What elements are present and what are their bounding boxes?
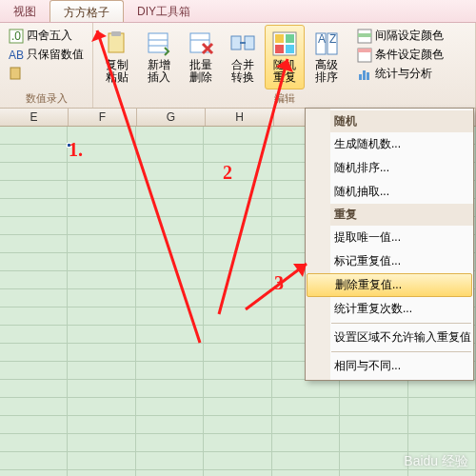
cell[interactable] bbox=[204, 127, 271, 144]
cell[interactable] bbox=[204, 344, 271, 361]
cell[interactable] bbox=[136, 398, 204, 415]
cell[interactable] bbox=[136, 217, 204, 234]
cell[interactable] bbox=[68, 416, 135, 433]
table-row[interactable] bbox=[0, 380, 476, 398]
cell[interactable] bbox=[0, 271, 68, 288]
cell[interactable] bbox=[136, 380, 204, 397]
tab-diy[interactable]: DIY工具箱 bbox=[124, 0, 204, 22]
cell[interactable] bbox=[408, 416, 476, 433]
cell[interactable] bbox=[68, 344, 135, 361]
cell[interactable] bbox=[68, 326, 135, 343]
cell[interactable] bbox=[68, 307, 135, 325]
cell[interactable] bbox=[0, 235, 68, 252]
cell[interactable] bbox=[204, 253, 271, 270]
cell[interactable] bbox=[68, 362, 135, 379]
cell[interactable] bbox=[408, 398, 476, 415]
cell[interactable] bbox=[204, 217, 271, 234]
cell[interactable] bbox=[272, 434, 340, 451]
cell[interactable] bbox=[136, 127, 204, 144]
condition-color-button[interactable]: 条件设定颜色 bbox=[354, 46, 446, 64]
tab-fangfang[interactable]: 方方格子 bbox=[50, 0, 124, 22]
cell[interactable] bbox=[68, 380, 135, 397]
cell[interactable] bbox=[68, 145, 135, 162]
random-duplicate-button[interactable]: 随机 重复 bbox=[265, 25, 305, 89]
cell[interactable] bbox=[340, 470, 407, 476]
cell[interactable] bbox=[68, 470, 135, 476]
cell[interactable] bbox=[204, 271, 271, 288]
cell[interactable] bbox=[68, 217, 135, 234]
cell[interactable] bbox=[68, 181, 135, 198]
cell[interactable] bbox=[204, 145, 271, 162]
stats-button[interactable]: 统计与分析 bbox=[354, 65, 446, 83]
cell[interactable] bbox=[68, 271, 135, 288]
cell[interactable] bbox=[0, 217, 68, 234]
cell[interactable] bbox=[136, 362, 204, 379]
interval-color-button[interactable]: 间隔设定颜色 bbox=[354, 27, 446, 45]
cell[interactable] bbox=[136, 199, 204, 216]
col-header[interactable]: E bbox=[0, 109, 69, 126]
cell[interactable] bbox=[136, 163, 204, 180]
cell[interactable] bbox=[0, 307, 68, 325]
table-row[interactable] bbox=[0, 470, 476, 476]
cell[interactable] bbox=[68, 235, 135, 252]
cell[interactable] bbox=[340, 434, 407, 451]
cell[interactable] bbox=[136, 181, 204, 198]
cell[interactable] bbox=[204, 199, 271, 216]
menu-delete-duplicate[interactable]: 删除重复值... bbox=[307, 273, 472, 297]
cell[interactable] bbox=[136, 470, 204, 476]
cell[interactable] bbox=[204, 326, 271, 343]
cell[interactable] bbox=[136, 326, 204, 343]
menu-same-diff[interactable]: 相同与不同... bbox=[306, 354, 473, 378]
col-header[interactable]: F bbox=[69, 109, 137, 126]
cell[interactable] bbox=[272, 416, 340, 433]
cell[interactable] bbox=[136, 344, 204, 361]
cell[interactable] bbox=[68, 452, 135, 469]
cell[interactable] bbox=[204, 181, 271, 198]
menu-count-duplicate[interactable]: 统计重复次数... bbox=[306, 297, 473, 321]
extra-mini-button[interactable] bbox=[6, 65, 87, 82]
cell[interactable] bbox=[340, 398, 407, 415]
cell[interactable] bbox=[272, 398, 340, 415]
cell[interactable] bbox=[272, 452, 340, 469]
cell[interactable] bbox=[68, 434, 135, 451]
cell[interactable] bbox=[204, 163, 271, 180]
cell[interactable] bbox=[0, 470, 68, 476]
menu-random-pick[interactable]: 随机抽取... bbox=[306, 180, 473, 204]
cell[interactable] bbox=[136, 434, 204, 451]
col-header[interactable]: G bbox=[137, 109, 206, 126]
cell[interactable] bbox=[204, 398, 271, 415]
cell[interactable] bbox=[136, 416, 204, 433]
cell[interactable] bbox=[68, 398, 135, 415]
cell[interactable] bbox=[204, 434, 271, 451]
cell[interactable] bbox=[0, 289, 68, 307]
cell[interactable] bbox=[340, 452, 407, 469]
cell[interactable] bbox=[0, 253, 68, 270]
cell[interactable] bbox=[340, 380, 407, 397]
cell[interactable] bbox=[204, 235, 271, 252]
cell[interactable] bbox=[136, 145, 204, 162]
tab-view[interactable]: 视图 bbox=[0, 0, 50, 22]
cell[interactable] bbox=[204, 380, 271, 397]
cell[interactable] bbox=[272, 470, 340, 476]
cell[interactable] bbox=[340, 416, 407, 433]
cell[interactable] bbox=[136, 235, 204, 252]
advanced-sort-button[interactable]: AZ 高级 排序 bbox=[307, 25, 347, 89]
insert-button[interactable]: 新增 插入 bbox=[139, 25, 179, 89]
batch-delete-button[interactable]: 批量 删除 bbox=[181, 25, 221, 89]
cell[interactable] bbox=[136, 307, 204, 325]
copy-paste-button[interactable]: 复制 粘贴 bbox=[97, 25, 137, 89]
menu-gen-random[interactable]: 生成随机数... bbox=[306, 132, 473, 156]
cell[interactable] bbox=[68, 199, 135, 216]
cell[interactable] bbox=[408, 470, 476, 476]
cell[interactable] bbox=[204, 289, 271, 307]
cell[interactable] bbox=[204, 452, 271, 469]
menu-restrict-duplicate[interactable]: 设置区域不允许输入重复值 bbox=[306, 326, 473, 349]
col-header[interactable]: H bbox=[206, 109, 274, 126]
cell[interactable] bbox=[408, 434, 476, 451]
table-row[interactable] bbox=[0, 398, 476, 416]
cell[interactable] bbox=[0, 452, 68, 469]
menu-random-sort[interactable]: 随机排序... bbox=[306, 156, 473, 180]
menu-extract-unique[interactable]: 提取唯一值... bbox=[306, 226, 473, 249]
cell[interactable] bbox=[68, 163, 135, 180]
cell[interactable] bbox=[0, 145, 68, 162]
